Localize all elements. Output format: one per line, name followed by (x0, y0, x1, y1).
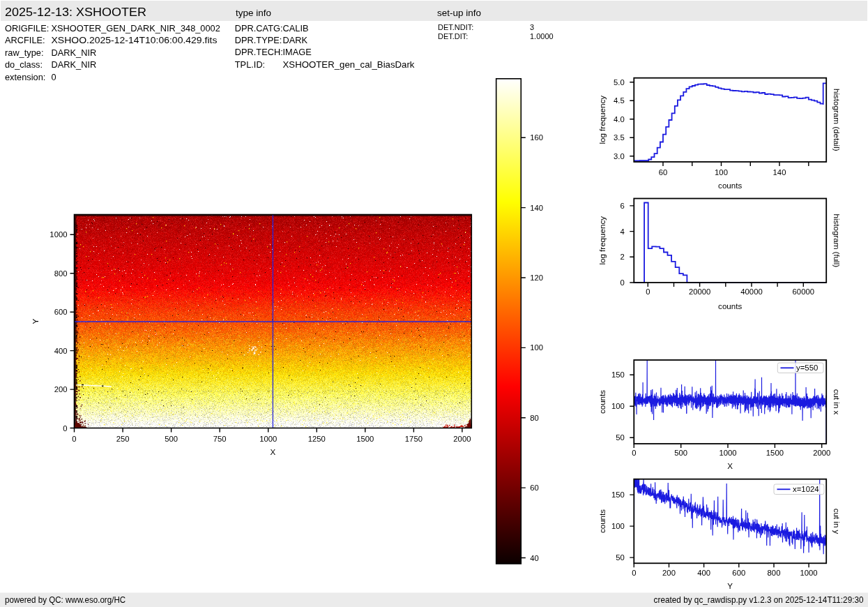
svg-text:100: 100 (530, 343, 543, 352)
svg-text:0: 0 (72, 435, 76, 443)
svg-text:400: 400 (697, 569, 710, 577)
svg-text:2000: 2000 (453, 435, 471, 443)
svg-text:DARK_NIR: DARK_NIR (52, 47, 97, 58)
svg-text:raw_type:: raw_type: (5, 47, 43, 58)
svg-text:DPR.TYPE:: DPR.TYPE: (235, 35, 282, 45)
svg-text:100: 100 (715, 168, 728, 177)
svg-text:X: X (271, 447, 276, 456)
svg-text:2025-12-13: XSHOOTER: 2025-12-13: XSHOOTER (5, 5, 146, 19)
svg-text:do_class:: do_class: (5, 59, 43, 70)
svg-text:200: 200 (662, 569, 676, 577)
svg-text:log frequency: log frequency (597, 96, 607, 144)
svg-text:120: 120 (530, 273, 543, 282)
svg-text:extension:: extension: (5, 72, 45, 82)
svg-text:20000: 20000 (689, 287, 710, 296)
svg-text:600: 600 (732, 569, 745, 577)
svg-text:XSHOOTER_GEN_DARK_NIR_348_0002: XSHOOTER_GEN_DARK_NIR_348_0002 (52, 23, 220, 33)
svg-text:60: 60 (659, 168, 668, 177)
svg-text:DPR.TECH:: DPR.TECH: (235, 47, 283, 57)
svg-text:DARK_NIR: DARK_NIR (52, 59, 97, 70)
svg-text:XSHOO.2025-12-14T10:06:00.429.: XSHOO.2025-12-14T10:06:00.429.fits (52, 35, 218, 45)
svg-text:histogram (full): histogram (full) (832, 213, 842, 267)
svg-text:DET.DIT:: DET.DIT: (438, 32, 468, 40)
svg-text:3.0: 3.0 (614, 152, 625, 160)
svg-text:150: 150 (611, 490, 625, 499)
svg-text:2: 2 (620, 253, 625, 261)
svg-text:600: 600 (54, 308, 68, 316)
svg-text:cut in y: cut in y (832, 509, 842, 534)
svg-text:1000: 1000 (800, 569, 818, 577)
svg-text:counts: counts (597, 509, 607, 533)
svg-text:4: 4 (620, 227, 625, 236)
svg-text:140: 140 (773, 168, 786, 177)
svg-text:1500: 1500 (356, 435, 374, 443)
svg-text:0: 0 (646, 287, 650, 296)
svg-text:150: 150 (611, 370, 625, 379)
svg-text:counts: counts (718, 301, 742, 310)
svg-text:0: 0 (52, 72, 56, 82)
svg-text:set-up info: set-up info (437, 8, 481, 18)
svg-text:counts: counts (718, 181, 742, 190)
svg-text:3: 3 (530, 23, 534, 31)
svg-text:ARCFILE:: ARCFILE: (5, 35, 45, 45)
svg-text:DARK: DARK (283, 35, 308, 45)
svg-text:140: 140 (530, 204, 543, 212)
svg-text:0: 0 (632, 449, 636, 457)
svg-text:80: 80 (530, 414, 539, 422)
svg-text:50: 50 (616, 433, 625, 442)
svg-text:DET.NDIT:: DET.NDIT: (438, 23, 473, 31)
svg-text:0: 0 (63, 424, 67, 433)
svg-text:60: 60 (530, 484, 539, 492)
svg-text:XSHOOTER_gen_cal_BiasDark: XSHOOTER_gen_cal_BiasDark (283, 59, 416, 70)
svg-text:DPR.CATG:: DPR.CATG: (235, 23, 283, 33)
svg-text:40000: 40000 (740, 287, 762, 296)
svg-text:160: 160 (530, 133, 543, 142)
svg-text:0: 0 (620, 278, 625, 287)
svg-text:CALIB: CALIB (283, 23, 309, 33)
svg-text:50: 50 (616, 553, 625, 562)
svg-text:2000: 2000 (813, 449, 830, 457)
svg-text:created by qc_rawdisp.py v1.2.: created by qc_rawdisp.py v1.2.3 on 2025-… (654, 595, 864, 605)
svg-text:60000: 60000 (793, 287, 814, 296)
svg-text:x=1024: x=1024 (793, 485, 819, 493)
svg-text:1000: 1000 (259, 435, 277, 443)
svg-text:powered by QC: www.eso.org/HC: powered by QC: www.eso.org/HC (5, 595, 125, 605)
svg-text:1000: 1000 (50, 230, 67, 239)
svg-text:6: 6 (620, 202, 625, 210)
svg-text:Y: Y (727, 581, 733, 590)
svg-text:cut in x: cut in x (832, 389, 842, 415)
svg-text:0: 0 (632, 569, 636, 577)
svg-text:800: 800 (768, 569, 781, 577)
svg-text:IMAGE: IMAGE (283, 47, 312, 57)
svg-text:y=550: y=550 (796, 364, 818, 372)
svg-text:TPL.ID:: TPL.ID: (235, 59, 265, 70)
svg-text:250: 250 (116, 435, 130, 443)
svg-text:40: 40 (530, 554, 539, 562)
svg-text:4.5: 4.5 (614, 96, 625, 105)
svg-text:750: 750 (213, 435, 227, 443)
svg-text:100: 100 (611, 522, 625, 530)
svg-text:X: X (727, 461, 733, 470)
svg-text:800: 800 (54, 269, 68, 278)
svg-text:counts: counts (597, 390, 607, 414)
svg-text:log frequency: log frequency (597, 216, 607, 265)
svg-text:1500: 1500 (766, 449, 784, 457)
svg-text:type info: type info (236, 8, 271, 18)
svg-text:histogram (detail): histogram (detail) (832, 89, 842, 151)
svg-text:200: 200 (54, 385, 68, 394)
svg-text:5.0: 5.0 (614, 78, 625, 87)
svg-text:500: 500 (165, 435, 178, 443)
svg-text:1.0000: 1.0000 (530, 32, 554, 40)
svg-text:400: 400 (54, 347, 68, 355)
svg-text:ORIGFILE:: ORIGFILE: (5, 23, 49, 33)
svg-text:3.5: 3.5 (614, 133, 625, 142)
svg-text:Y: Y (31, 318, 40, 324)
svg-text:100: 100 (611, 402, 625, 410)
svg-text:1250: 1250 (308, 435, 326, 443)
svg-text:4.0: 4.0 (614, 115, 625, 123)
svg-text:500: 500 (674, 449, 687, 457)
svg-text:1750: 1750 (405, 435, 422, 443)
svg-text:1000: 1000 (719, 449, 736, 457)
